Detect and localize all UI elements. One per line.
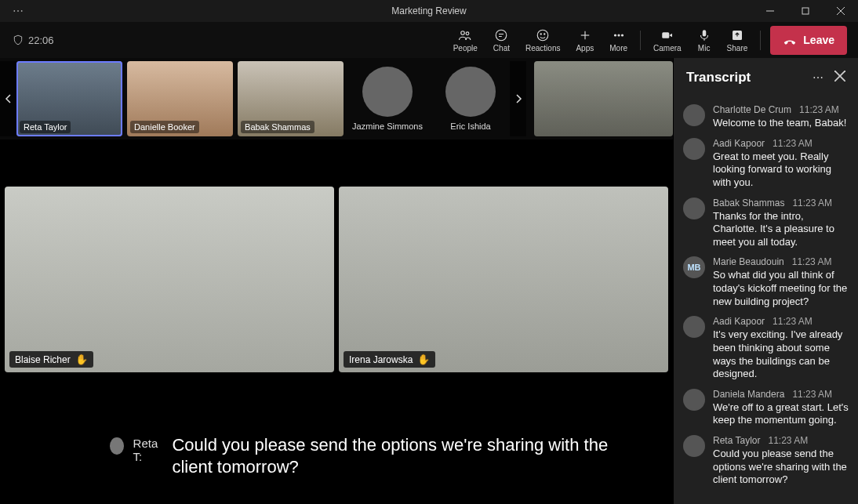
participant-strip: Reta TaylorDanielle BookerBabak ShammasJ… <box>0 58 673 140</box>
mic-icon <box>697 28 711 42</box>
svg-point-5 <box>466 31 469 34</box>
svg-rect-15 <box>662 32 669 38</box>
entry-text: So what did you all think of today's kic… <box>713 269 849 308</box>
entry-text: We're off to a great start. Let's keep t… <box>713 401 849 427</box>
video-stage: Reta TaylorDanielle BookerBabak ShammasJ… <box>0 58 673 504</box>
avatar <box>683 435 705 457</box>
transcript-entry: Charlotte De Crum11:23 AMWelcome to the … <box>683 104 849 130</box>
people-button[interactable]: People <box>445 26 485 55</box>
strip-next-button[interactable] <box>510 61 526 136</box>
participant-name: Eric Ishida <box>450 121 490 131</box>
participant-name: Babak Shammas <box>241 121 314 133</box>
svg-point-4 <box>461 31 465 34</box>
transcript-entry: Babak Shammas11:23 AMThanks for the intr… <box>683 198 849 249</box>
participant-thumb[interactable]: Danielle Booker <box>127 61 233 136</box>
more-button[interactable]: More <box>602 26 635 55</box>
strip-prev-button[interactable] <box>0 61 16 136</box>
entry-name: Daniela Mandera <box>713 389 784 400</box>
participant-tile[interactable] <box>534 61 673 136</box>
avatar <box>683 198 705 219</box>
entry-name: Reta Taylor <box>713 435 760 446</box>
timer-group: 22:06 <box>6 34 54 46</box>
transcript-entry: Daniela Mandera11:23 AMWe're off to a gr… <box>683 389 849 427</box>
avatar <box>683 138 705 160</box>
plus-icon <box>578 28 592 42</box>
reactions-icon <box>536 28 550 42</box>
separator <box>760 31 761 50</box>
svg-point-7 <box>537 30 548 41</box>
window-controls <box>752 0 858 22</box>
window-maximize-button[interactable] <box>787 0 823 22</box>
hand-raised-icon: ✋ <box>417 354 430 365</box>
caption-text: Could you please send the options we're … <box>172 434 626 477</box>
leave-button[interactable]: Leave <box>770 26 847 55</box>
video-tile[interactable]: Irena Jarowska✋ <box>339 187 668 372</box>
meeting-toolbar: 22:06 People Chat Reactions Apps More Ca… <box>0 22 858 58</box>
share-button[interactable]: Share <box>719 26 756 55</box>
meeting-timer: 22:06 <box>28 34 54 46</box>
participant-name: Blaise Richer <box>15 354 71 365</box>
svg-point-13 <box>618 34 620 35</box>
entry-time: 11:23 AM <box>799 104 839 115</box>
transcript-panel: Transcript ⋯ Charlotte De Crum11:23 AMWe… <box>673 58 858 504</box>
svg-rect-16 <box>702 30 706 36</box>
chevron-left-icon <box>5 94 13 103</box>
avatar <box>683 104 705 126</box>
entry-time: 11:23 AM <box>768 435 808 446</box>
title-more-icon[interactable]: ⋯ <box>13 5 25 17</box>
svg-rect-1 <box>802 8 809 14</box>
entry-time: 11:23 AM <box>792 198 832 208</box>
entry-name: Charlotte De Crum <box>713 104 791 115</box>
entry-time: 11:23 AM <box>792 389 832 400</box>
reactions-button[interactable]: Reactions <box>518 26 568 55</box>
participant-thumb[interactable]: Babak Shammas <box>238 61 344 136</box>
participant-thumb[interactable]: Reta Taylor <box>16 61 122 136</box>
shield-icon <box>13 34 24 45</box>
entry-text: Thanks for the intro, Charlotte. It's a … <box>713 210 849 249</box>
mic-button[interactable]: Mic <box>689 26 719 55</box>
video-name-chip: Irena Jarowska✋ <box>344 351 435 368</box>
entry-name: Marie Beaudouin <box>713 256 784 267</box>
entry-text: Could you please send the options we're … <box>713 448 849 487</box>
caption-avatar <box>110 437 124 455</box>
avatar <box>683 389 705 411</box>
participant-name: Danielle Booker <box>130 121 199 133</box>
camera-button[interactable]: Camera <box>645 26 689 55</box>
window-title: Marketing Review <box>391 5 466 16</box>
entry-time: 11:23 AM <box>773 138 813 149</box>
transcript-close-button[interactable] <box>831 67 849 87</box>
participant-avatar-thumb[interactable]: Jazmine Simmons <box>348 67 427 131</box>
hand-raised-icon: ✋ <box>75 354 88 365</box>
entry-name: Aadi Kapoor <box>713 316 765 327</box>
live-caption: Reta T: Could you please send the option… <box>0 387 673 504</box>
chat-icon <box>494 28 508 42</box>
window-minimize-button[interactable] <box>752 0 787 22</box>
window-close-button[interactable] <box>823 0 858 22</box>
separator <box>640 31 641 50</box>
title-bar: ⋯ Marketing Review <box>0 0 858 22</box>
transcript-title: Transcript <box>686 70 751 85</box>
svg-point-12 <box>614 34 616 35</box>
main-video-grid: Blaise Richer✋Irena Jarowska✋ <box>0 140 673 387</box>
people-icon <box>458 28 472 42</box>
transcript-entry: Aadi Kapoor11:23 AMIt's very exciting. I… <box>683 316 849 381</box>
avatar: MB <box>683 256 705 278</box>
apps-button[interactable]: Apps <box>568 26 602 55</box>
video-tile[interactable]: Blaise Richer✋ <box>5 187 334 372</box>
svg-point-9 <box>544 33 545 34</box>
entry-text: Welcome to the team, Babak! <box>713 117 846 130</box>
hangup-icon <box>783 33 797 47</box>
chat-button[interactable]: Chat <box>485 26 518 55</box>
entry-name: Babak Shammas <box>713 198 784 208</box>
svg-point-14 <box>621 34 623 35</box>
transcript-entry: Aadi Kapoor11:23 AMGreat to meet you. Re… <box>683 138 849 190</box>
camera-icon <box>660 28 674 42</box>
participant-avatar-thumb[interactable]: Eric Ishida <box>431 67 510 131</box>
transcript-more-button[interactable]: ⋯ <box>806 68 831 87</box>
avatar <box>445 67 496 117</box>
caption-speaker: Reta T: <box>133 437 163 463</box>
entry-time: 11:23 AM <box>792 256 832 267</box>
participant-name: Irena Jarowska <box>349 354 413 365</box>
svg-point-8 <box>540 33 541 34</box>
video-name-chip: Blaise Richer✋ <box>9 351 93 368</box>
